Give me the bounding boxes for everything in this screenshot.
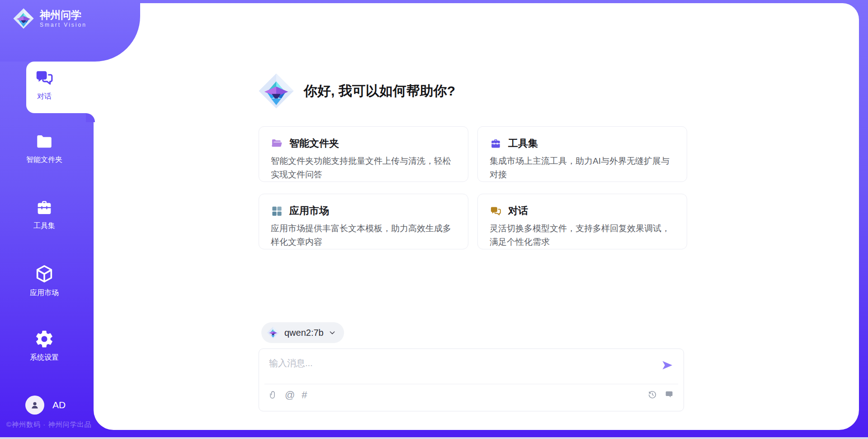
card-title: 对话 <box>508 204 528 218</box>
welcome-header: 你好, 我可以如何帮助你? <box>258 72 455 110</box>
sidebar-item-label: 对话 <box>37 92 52 101</box>
sidebar-item-smart-folder[interactable]: 智能文件夹 <box>0 132 89 165</box>
card-title: 应用市场 <box>289 204 329 218</box>
card-description: 集成市场上主流工具，助力AI与外界无缝扩展与对接 <box>490 154 675 181</box>
user-name: AD <box>52 400 66 410</box>
folder-icon <box>35 132 54 151</box>
chevron-down-icon <box>329 329 336 336</box>
brand-subtitle: Smart Vision <box>40 22 87 28</box>
apps-grid-icon <box>271 205 283 217</box>
card-toolset[interactable]: 工具集 集成市场上主流工具，助力AI与外界无缝扩展与对接 <box>477 126 687 182</box>
composer-divider <box>264 384 678 384</box>
toolbox-icon <box>35 198 54 217</box>
card-title: 智能文件夹 <box>289 137 339 150</box>
chat-bubble-icon[interactable] <box>665 390 675 400</box>
card-app-market[interactable]: 应用市场 应用市场提供丰富长文本模板，助力高效生成多样化文章内容 <box>259 194 468 249</box>
chat-bubbles-icon <box>490 205 502 217</box>
feature-cards: 智能文件夹 智能文件夹功能支持批量文件上传与清洗，轻松实现文件问答 工具集 集成… <box>259 126 687 249</box>
paperclip-icon[interactable] <box>268 390 278 401</box>
sidebar-item-chat[interactable]: 对话 <box>0 68 89 101</box>
hash-icon[interactable]: # <box>302 390 307 401</box>
message-composer: @ # <box>259 348 684 411</box>
card-description: 智能文件夹功能支持批量文件上传与清洗，轻松实现文件问答 <box>271 154 456 181</box>
card-title: 工具集 <box>508 137 538 150</box>
message-input[interactable] <box>268 355 650 371</box>
gear-icon <box>34 329 54 349</box>
card-chat[interactable]: 对话 灵活切换多模型文件，支持多样回复效果调试，满足个性化需求 <box>477 194 687 249</box>
brand: 神州问学 Smart Vision <box>13 8 87 29</box>
diamond-logo-icon <box>13 8 34 29</box>
toolbox-icon <box>490 138 502 150</box>
sidebar-item-app-market[interactable]: 应用市场 <box>0 263 89 298</box>
send-icon[interactable] <box>661 359 674 372</box>
brand-name: 神州问学 <box>40 9 87 21</box>
at-icon[interactable]: @ <box>285 390 295 401</box>
card-description: 应用市场提供丰富长文本模板，助力高效生成多样化文章内容 <box>271 222 456 249</box>
diamond-logo-icon <box>267 326 279 339</box>
cube-icon <box>34 263 55 284</box>
chat-bubbles-icon <box>34 68 54 88</box>
sidebar-footer-credit: ©神州数码 · 神州问学出品 <box>6 420 91 429</box>
welcome-greeting: 你好, 我可以如何帮助你? <box>304 82 455 100</box>
folder-open-icon <box>271 138 283 150</box>
app-root: 神州问学 Smart Vision 对话 智能文件夹 <box>0 0 868 439</box>
history-icon[interactable] <box>647 390 657 400</box>
sidebar-item-label: 工具集 <box>33 221 55 231</box>
avatar <box>25 396 44 415</box>
card-description: 灵活切换多模型文件，支持多样回复效果调试，满足个性化需求 <box>490 222 675 249</box>
person-icon <box>29 400 40 410</box>
model-name: qwen2:7b <box>284 328 324 338</box>
card-smart-folder[interactable]: 智能文件夹 智能文件夹功能支持批量文件上传与清洗，轻松实现文件问答 <box>259 126 468 182</box>
diamond-logo-icon <box>258 72 295 110</box>
sidebar-item-label: 系统设置 <box>30 353 59 363</box>
sidebar-item-settings[interactable]: 系统设置 <box>0 329 89 363</box>
user-profile[interactable]: AD <box>25 396 66 415</box>
model-selector[interactable]: qwen2:7b <box>261 322 344 343</box>
window-bottom-edge <box>0 437 868 439</box>
sidebar-item-toolset[interactable]: 工具集 <box>0 198 89 231</box>
sidebar-item-label: 智能文件夹 <box>26 155 62 165</box>
sidebar-item-label: 应用市场 <box>30 288 59 298</box>
